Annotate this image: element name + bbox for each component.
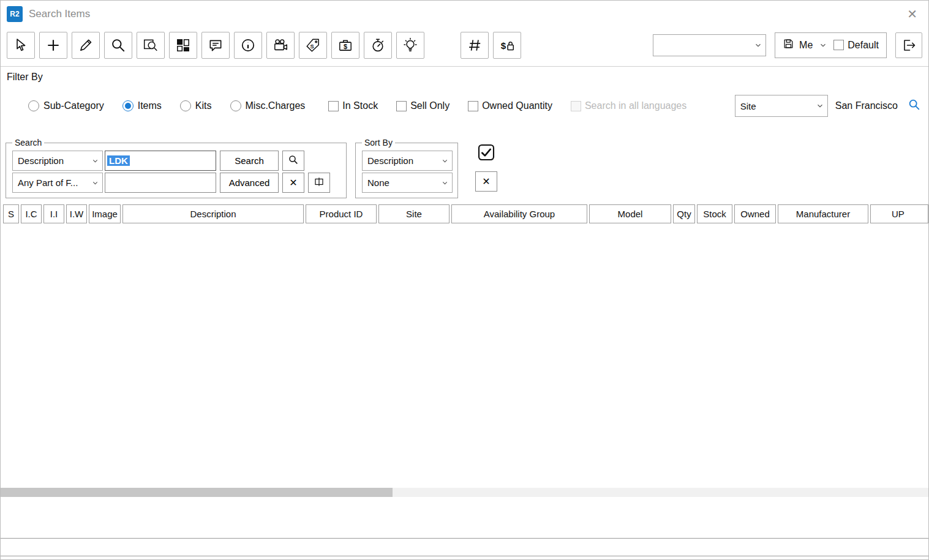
video-button[interactable]: [266, 32, 295, 59]
search-query2-input[interactable]: [105, 173, 216, 193]
chevron-down-icon: [91, 179, 99, 187]
clear-checked-button[interactable]: ✕: [475, 171, 497, 192]
search-field-combo[interactable]: Description: [12, 151, 103, 171]
radio-misc-charges[interactable]: Misc.Charges: [230, 100, 306, 111]
column-header[interactable]: S: [3, 204, 19, 223]
column-header[interactable]: Description: [122, 204, 304, 223]
price-lock-icon: $: [499, 37, 515, 53]
column-header[interactable]: Owned: [734, 204, 776, 223]
app-logo: R2: [7, 6, 23, 22]
add-button[interactable]: [39, 32, 67, 59]
column-header[interactable]: Site: [378, 204, 449, 223]
radio-items[interactable]: Items: [122, 100, 162, 111]
column-header[interactable]: Stock: [697, 204, 732, 223]
close-button[interactable]: ✕: [905, 7, 920, 21]
radio-label: Misc.Charges: [246, 100, 306, 111]
edit-button[interactable]: [72, 32, 100, 59]
column-header[interactable]: Model: [589, 204, 671, 223]
save-view-button[interactable]: Me: [783, 38, 813, 52]
split-view-icon: [314, 176, 325, 190]
timer-button[interactable]: [364, 32, 392, 59]
timer-icon: [370, 37, 386, 53]
radio-label: Kits: [195, 100, 212, 111]
pointer-tool-button[interactable]: [7, 32, 35, 59]
radio-kits[interactable]: Kits: [180, 100, 212, 111]
info-button[interactable]: [234, 32, 262, 59]
search-submit-button[interactable]: Search: [220, 151, 279, 171]
column-header[interactable]: Image: [89, 204, 121, 223]
exit-icon: [901, 38, 916, 53]
site-filter-combo[interactable]: Site: [735, 95, 828, 117]
search-match-combo[interactable]: Any Part of F...: [12, 173, 103, 193]
chevron-down-icon: [441, 179, 449, 187]
hash-button[interactable]: [461, 32, 489, 59]
default-checkbox-label: Default: [848, 40, 879, 51]
checkbox-box: [571, 101, 581, 111]
site-search-button[interactable]: [908, 98, 921, 114]
column-header[interactable]: Qty: [673, 204, 695, 223]
profile-combo[interactable]: [653, 34, 766, 56]
exit-button[interactable]: [895, 32, 922, 58]
owned-quantity-checkbox[interactable]: Owned Quantity: [468, 100, 552, 111]
view-dropdown-chevron-icon[interactable]: [819, 41, 827, 50]
scrollbar-thumb[interactable]: [1, 488, 393, 497]
results-body: [1, 225, 928, 488]
checkbox-box: [396, 101, 407, 111]
checked-items-toggle-button[interactable]: [475, 143, 497, 165]
search-field-combo-value: Description: [18, 155, 64, 166]
clear-search-button[interactable]: ✕: [282, 173, 304, 193]
column-header[interactable]: Manufacturer: [778, 204, 868, 223]
radio-label: Items: [138, 100, 162, 111]
advanced-search-button[interactable]: Advanced: [220, 173, 279, 193]
radio-circle: [28, 100, 39, 111]
idea-button[interactable]: [396, 32, 424, 59]
site-name-value: San Francisco: [835, 100, 898, 111]
column-header[interactable]: Availability Group: [451, 204, 587, 223]
money-case-button[interactable]: $: [331, 32, 359, 59]
layout-grid-icon: [175, 37, 191, 53]
search-button-tool[interactable]: [104, 32, 132, 59]
chevron-down-icon: [441, 157, 449, 165]
titlebar: R2 Search Items ✕: [1, 1, 928, 28]
sell-only-checkbox[interactable]: Sell Only: [396, 100, 449, 111]
svg-text:$: $: [501, 40, 506, 50]
sort-secondary-combo[interactable]: None: [362, 173, 453, 193]
column-header[interactable]: I.I: [43, 204, 64, 223]
save-icon: [783, 38, 794, 52]
comment-button[interactable]: [201, 32, 230, 59]
column-header[interactable]: I.C: [21, 204, 42, 223]
svg-text:$: $: [344, 42, 347, 50]
search-query-input[interactable]: LDK: [105, 151, 216, 171]
radio-sub-category[interactable]: Sub-Category: [28, 100, 104, 111]
save-view-label: Me: [799, 40, 813, 51]
default-checkbox[interactable]: Default: [833, 40, 879, 51]
video-camera-icon: [273, 37, 288, 53]
checkbox-box: [328, 101, 339, 111]
status-bar: [1, 538, 928, 556]
checkbox-label: Sell Only: [410, 100, 449, 111]
column-header[interactable]: I.W: [66, 204, 87, 223]
tag-button[interactable]: S: [299, 32, 327, 59]
search-lookup-button[interactable]: [282, 151, 304, 171]
search-preview-button[interactable]: [137, 32, 165, 59]
column-header[interactable]: UP: [870, 204, 928, 223]
search-icon: [110, 37, 126, 53]
radio-circle: [180, 100, 191, 111]
in-stock-checkbox[interactable]: In Stock: [328, 100, 378, 111]
horizontal-scrollbar[interactable]: [1, 488, 928, 497]
price-lock-button[interactable]: $: [493, 32, 521, 59]
checkbox-label: Owned Quantity: [482, 100, 552, 111]
layout-button[interactable]: [169, 32, 197, 59]
split-view-button[interactable]: [308, 173, 330, 193]
window-title: Search Items: [29, 8, 90, 20]
svg-text:S: S: [310, 43, 314, 49]
search-all-languages-checkbox: Search in all languages: [571, 100, 686, 111]
site-combo-value: Site: [740, 101, 756, 111]
sort-primary-combo[interactable]: Description: [362, 151, 453, 171]
money-case-icon: $: [337, 37, 353, 53]
column-header[interactable]: Product ID: [306, 204, 377, 223]
plus-icon: [45, 37, 61, 53]
idea-bulb-icon: [402, 37, 418, 53]
radio-label: Sub-Category: [43, 100, 104, 111]
checkbox-box: [468, 101, 478, 111]
